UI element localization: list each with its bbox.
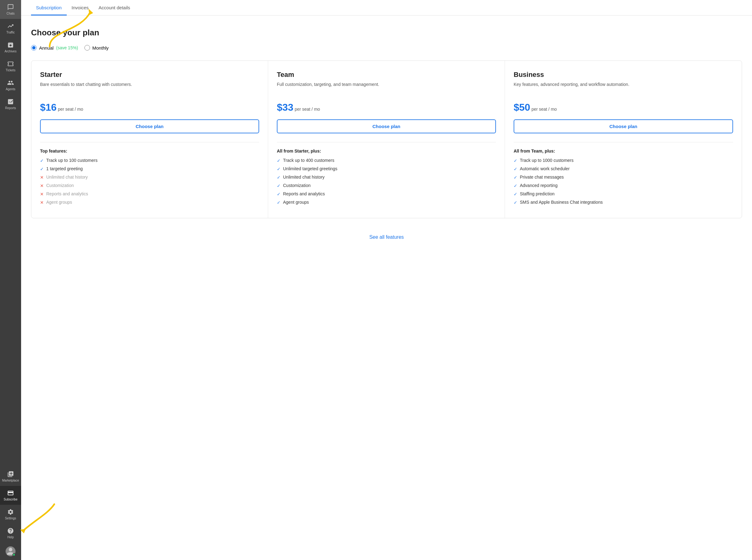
team-amount: $33 xyxy=(277,102,293,113)
team-feature-text-0: Track up to 400 customers xyxy=(283,158,334,163)
team-features-title: All from Starter, plus: xyxy=(277,148,496,154)
choose-plan-starter[interactable]: Choose plan xyxy=(40,119,259,133)
choose-plan-team[interactable]: Choose plan xyxy=(277,119,496,133)
archive-icon xyxy=(7,42,14,48)
see-all-features-link[interactable]: See all features xyxy=(31,228,742,246)
starter-feature-5: ✕ Agent groups xyxy=(40,200,259,205)
starter-feature-text-3: Customization xyxy=(46,183,74,188)
sidebar-item-chats[interactable]: Chats xyxy=(0,0,21,19)
online-indicator xyxy=(13,553,16,556)
team-feature-1: ✓ Unlimited targeted greetings xyxy=(277,166,496,172)
biz-check-4: ✓ xyxy=(514,192,517,197)
team-feature-3: ✓ Customization xyxy=(277,183,496,188)
sidebar-item-tickets[interactable]: Tickets xyxy=(0,57,21,76)
starter-feature-4: ✕ Reports and analytics xyxy=(40,191,259,197)
biz-check-5: ✓ xyxy=(514,200,517,205)
starter-desc: Bare essentials to start chatting with c… xyxy=(40,82,259,94)
starter-amount: $16 xyxy=(40,102,57,113)
main-content: Subscription Invoices Account details Ch… xyxy=(21,0,752,560)
business-feature-0: ✓ Track up to 1000 customers xyxy=(514,158,733,163)
starter-name: Starter xyxy=(40,71,259,79)
page-title: Choose your plan xyxy=(31,28,742,38)
business-feature-text-2: Private chat messages xyxy=(520,175,564,180)
traffic-icon xyxy=(7,23,14,29)
monthly-label: Monthly xyxy=(93,45,109,51)
help-icon xyxy=(7,527,14,534)
annual-option[interactable]: Annual (save 15%) xyxy=(31,45,78,51)
x-icon-2: ✕ xyxy=(40,175,44,180)
billing-toggle: Annual (save 15%) Monthly xyxy=(31,45,742,51)
tab-invoices[interactable]: Invoices xyxy=(67,0,94,16)
business-feature-1: ✓ Automatic work scheduler xyxy=(514,166,733,172)
annual-radio[interactable] xyxy=(31,45,37,51)
check-icon-1: ✓ xyxy=(40,166,44,172)
tab-bar: Subscription Invoices Account details xyxy=(21,0,752,16)
business-period: per seat / mo xyxy=(531,107,557,112)
team-check-3: ✓ xyxy=(277,183,281,188)
team-desc: Full customization, targeting, and team … xyxy=(277,82,496,94)
business-feature-3: ✓ Advanced reporting xyxy=(514,183,733,188)
plan-team: Team Full customization, targeting, and … xyxy=(268,61,505,218)
sidebar-item-settings[interactable]: Settings xyxy=(0,505,21,524)
business-feature-text-5: SMS and Apple Business Chat integrations xyxy=(520,200,603,205)
starter-period: per seat / mo xyxy=(58,107,83,112)
team-feature-4: ✓ Reports and analytics xyxy=(277,191,496,197)
team-check-1: ✓ xyxy=(277,166,281,172)
user-avatar-area[interactable] xyxy=(0,543,21,560)
chat-icon xyxy=(7,4,14,11)
plans-container: Starter Bare essentials to start chattin… xyxy=(31,60,742,218)
business-feature-text-0: Track up to 1000 customers xyxy=(520,158,574,163)
tab-account-details[interactable]: Account details xyxy=(94,0,135,16)
plan-business: Business Key features, advanced reportin… xyxy=(505,61,742,218)
starter-feature-text-4: Reports and analytics xyxy=(46,191,88,196)
starter-feature-2: ✕ Unlimited chat history xyxy=(40,175,259,180)
starter-feature-text-5: Agent groups xyxy=(46,200,72,205)
sidebar-item-subscribe[interactable]: Subscribe xyxy=(0,486,21,505)
team-check-5: ✓ xyxy=(277,200,281,205)
team-feature-2: ✓ Unlimited chat history xyxy=(277,175,496,180)
sidebar-item-reports[interactable]: Reports xyxy=(0,95,21,114)
sidebar-label-tickets: Tickets xyxy=(5,68,15,72)
business-desc: Key features, advanced reporting, and wo… xyxy=(514,82,733,94)
monthly-option[interactable]: Monthly xyxy=(84,45,109,51)
starter-feature-3: ✕ Customization xyxy=(40,183,259,188)
x-icon-4: ✕ xyxy=(40,192,44,197)
sidebar-item-marketplace[interactable]: Marketplace xyxy=(0,467,21,486)
tab-subscription[interactable]: Subscription xyxy=(31,0,67,16)
starter-feature-text-0: Track up to 100 customers xyxy=(46,158,97,163)
plan-starter: Starter Bare essentials to start chattin… xyxy=(31,61,268,218)
team-name: Team xyxy=(277,71,496,79)
business-name: Business xyxy=(514,71,733,79)
business-price: $50 per seat / mo xyxy=(514,102,733,113)
sidebar-label-archives: Archives xyxy=(5,49,16,53)
sidebar-item-agents[interactable]: Agents xyxy=(0,76,21,95)
sidebar-label-reports: Reports xyxy=(5,106,16,110)
content-area: Choose your plan Annual (save 15%) Month… xyxy=(21,16,752,560)
starter-feature-1: ✓ 1 targeted greeting xyxy=(40,166,259,172)
biz-check-1: ✓ xyxy=(514,166,517,172)
team-feature-text-2: Unlimited chat history xyxy=(283,175,325,180)
team-feature-5: ✓ Agent groups xyxy=(277,200,496,205)
sidebar-item-help[interactable]: Help xyxy=(0,524,21,543)
team-feature-text-5: Agent groups xyxy=(283,200,309,205)
business-feature-2: ✓ Private chat messages xyxy=(514,175,733,180)
avatar-wrapper xyxy=(5,546,16,556)
sidebar-item-archives[interactable]: Archives xyxy=(0,38,21,57)
sidebar-label-settings: Settings xyxy=(5,517,16,520)
x-icon-5: ✕ xyxy=(40,200,44,205)
business-features-title: All from Team, plus: xyxy=(514,148,733,154)
biz-check-2: ✓ xyxy=(514,175,517,180)
team-price: $33 per seat / mo xyxy=(277,102,496,113)
sidebar-item-traffic[interactable]: Traffic xyxy=(0,19,21,38)
team-feature-text-4: Reports and analytics xyxy=(283,191,325,196)
team-feature-text-1: Unlimited targeted greetings xyxy=(283,166,338,171)
check-icon-0: ✓ xyxy=(40,158,44,163)
starter-feature-text-1: 1 targeted greeting xyxy=(46,166,83,171)
choose-plan-business[interactable]: Choose plan xyxy=(514,119,733,133)
sidebar-label-help: Help xyxy=(7,536,14,539)
sidebar-label-chats: Chats xyxy=(6,12,15,15)
monthly-radio[interactable] xyxy=(84,45,90,51)
starter-price: $16 per seat / mo xyxy=(40,102,259,113)
settings-icon xyxy=(7,508,14,515)
annual-label: Annual xyxy=(39,45,54,51)
